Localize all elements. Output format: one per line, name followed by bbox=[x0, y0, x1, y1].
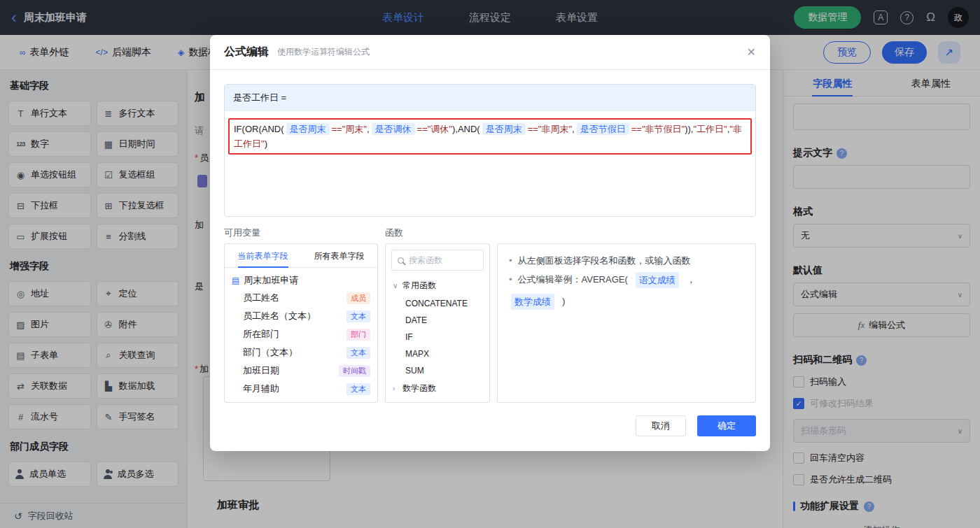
function-item-date[interactable]: DATE bbox=[386, 312, 489, 329]
variable-item[interactable]: 员工姓名成员 bbox=[225, 289, 377, 307]
variable-item[interactable]: 部门（文本）文本 bbox=[225, 343, 377, 362]
variables-label: 可用变量 bbox=[224, 227, 385, 239]
function-search[interactable] bbox=[391, 250, 484, 271]
tag-text: 文本 bbox=[346, 311, 370, 322]
variable-item[interactable]: 员工姓名（文本）文本 bbox=[225, 307, 377, 325]
tag-text: 文本 bbox=[346, 383, 370, 395]
variables-root-label: 周末加班申请 bbox=[244, 274, 298, 287]
variable-item[interactable]: 所在部门部门 bbox=[225, 325, 377, 343]
cancel-button[interactable]: 取消 bbox=[636, 415, 686, 436]
tag-timestamp: 时间戳 bbox=[339, 365, 370, 377]
tag-department: 部门 bbox=[346, 329, 370, 341]
function-search-input[interactable] bbox=[409, 255, 477, 265]
app-window: ‹ 周末加班申请 表单设计 流程设定 表单设置 数据管理 A ? Ω 政 ∞ 表… bbox=[0, 0, 980, 528]
help-line-2: •公式编辑举例：AVERAGE(语文成绩，数学成绩) bbox=[509, 272, 744, 310]
field-token: 是否周末 bbox=[286, 123, 330, 135]
function-item-if[interactable]: IF bbox=[386, 329, 489, 345]
tag-member: 成员 bbox=[346, 292, 370, 304]
chevron-down-icon: ∨ bbox=[393, 282, 398, 290]
modal-title: 公式编辑 bbox=[224, 45, 269, 59]
panel-labels: 可用变量 函数 bbox=[224, 227, 756, 239]
modal-subtitle: 使用数学运算符编辑公式 bbox=[277, 46, 370, 58]
formula-editor[interactable]: 是否工作日 = IF(OR(AND(是否周末=="周末",是否调休=="调休")… bbox=[224, 84, 756, 217]
function-group-text[interactable]: ›文本函数 bbox=[386, 398, 489, 403]
field-token: 是否调休 bbox=[372, 123, 415, 135]
help-line-1: •从左侧面板选择字段名和函数，或输入函数 bbox=[509, 253, 744, 268]
tab-current-form-fields[interactable]: 当前表单字段 bbox=[225, 244, 301, 267]
variables-tabs: 当前表单字段 所有表单字段 bbox=[225, 244, 377, 268]
field-token: 数学成绩 bbox=[511, 294, 554, 310]
search-icon bbox=[398, 257, 404, 264]
formula-result-label: 是否工作日 = bbox=[225, 85, 755, 111]
function-item-sum[interactable]: SUM bbox=[386, 362, 489, 379]
modal-footer: 取消 确定 bbox=[636, 415, 756, 436]
help-panel: •从左侧面板选择字段名和函数，或输入函数 •公式编辑举例：AVERAGE(语文成… bbox=[497, 243, 756, 403]
chevron-right-icon: › bbox=[393, 385, 398, 392]
modal-header: 公式编辑 使用数学运算符编辑公式 ✕ bbox=[210, 35, 770, 70]
field-token: 是否周末 bbox=[482, 123, 526, 135]
field-token: 语文成绩 bbox=[636, 272, 679, 288]
function-item-mapx[interactable]: MAPX bbox=[386, 345, 489, 362]
modal-panels: 当前表单字段 所有表单字段 ▤ 周末加班申请 员工姓名成员 员工姓名（文本）文本… bbox=[224, 243, 756, 403]
functions-panel: ∨常用函数 CONCATENATE DATE IF MAPX SUM ›数学函数… bbox=[385, 243, 490, 403]
variable-item[interactable]: 年月辅助文本 bbox=[225, 380, 377, 398]
document-icon: ▤ bbox=[232, 276, 239, 285]
formula-expression: IF(OR(AND(是否周末=="周末",是否调休=="调休"),AND(是否周… bbox=[228, 118, 752, 155]
function-group-math[interactable]: ›数学函数 bbox=[386, 379, 489, 398]
function-item-concatenate[interactable]: CONCATENATE bbox=[386, 295, 489, 312]
variables-tree-root[interactable]: ▤ 周末加班申请 bbox=[225, 268, 377, 289]
close-icon[interactable]: ✕ bbox=[747, 45, 756, 59]
modal-body: 是否工作日 = IF(OR(AND(是否周末=="周末",是否调休=="调休")… bbox=[210, 70, 770, 403]
variable-item[interactable]: 加班日期时间戳 bbox=[225, 362, 377, 380]
variables-panel: 当前表单字段 所有表单字段 ▤ 周末加班申请 员工姓名成员 员工姓名（文本）文本… bbox=[224, 243, 378, 403]
functions-label: 函数 bbox=[385, 227, 403, 239]
tab-all-form-fields[interactable]: 所有表单字段 bbox=[301, 244, 377, 267]
confirm-button[interactable]: 确定 bbox=[697, 415, 756, 436]
function-group-common[interactable]: ∨常用函数 bbox=[386, 276, 489, 295]
field-token: 是否节假日 bbox=[577, 123, 629, 135]
formula-edit-modal: 公式编辑 使用数学运算符编辑公式 ✕ 是否工作日 = IF(OR(AND(是否周… bbox=[210, 35, 770, 451]
tag-text: 文本 bbox=[346, 347, 370, 359]
